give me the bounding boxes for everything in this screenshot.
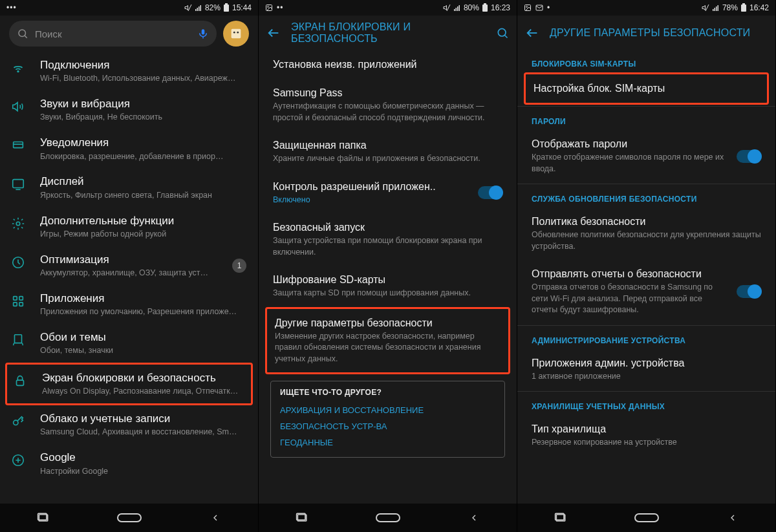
setting-subtitle: Обновление политики безопасности для укр…: [532, 229, 761, 252]
phone-screen-3: • 78% 16:42 ДРУГИЕ ПАРАМЕТРЫ БЕЗОПАСНОСТ…: [517, 0, 776, 532]
category-icon: [10, 333, 26, 347]
phone-screen-1: ••• 82% 15:44 Поиск: [0, 0, 259, 532]
clock: 16:42: [749, 3, 769, 12]
settings-item[interactable]: УведомленияБлокировка, разрешение, добав…: [0, 129, 258, 168]
battery-percent: 78%: [722, 3, 738, 12]
battery-icon: [740, 3, 747, 12]
battery-percent: 82%: [205, 3, 221, 12]
setting-item[interactable]: Политика безопасностиОбновление политики…: [517, 207, 775, 260]
svg-rect-3: [199, 6, 200, 11]
toggle-switch[interactable]: [737, 285, 761, 298]
setting-subtitle: Резервное копирование на устройстве: [532, 437, 761, 449]
svg-rect-38: [458, 5, 460, 11]
svg-point-7: [19, 30, 26, 37]
setting-title: Samsung Pass: [273, 87, 502, 100]
setting-item[interactable]: Безопасный запускЗащита устройства при п…: [259, 213, 517, 266]
signal-icon: [712, 4, 720, 12]
other-link[interactable]: АРХИВАЦИЯ И ВОССТАНОВЛЕНИЕ: [280, 402, 495, 418]
item-title: Экран блокировки и безопасность: [42, 371, 239, 385]
svg-line-50: [706, 5, 709, 11]
category-icon: [10, 61, 26, 75]
svg-rect-46: [376, 514, 400, 522]
back-button[interactable]: [713, 513, 752, 523]
svg-rect-25: [15, 335, 22, 343]
recents-button[interactable]: [283, 511, 321, 524]
item-title: Звуки и вибрация: [40, 97, 246, 111]
home-button[interactable]: [369, 513, 407, 523]
svg-rect-5: [224, 5, 229, 12]
status-bar: •• 80% 16:23: [259, 0, 517, 16]
svg-rect-11: [232, 29, 241, 39]
setting-item[interactable]: Тип хранилищаРезервное копирование на ус…: [517, 415, 775, 456]
toggle-switch[interactable]: [478, 186, 502, 199]
setting-item[interactable]: Настройка блок. SIM-карты: [526, 74, 767, 103]
status-bar: ••• 82% 15:44: [0, 0, 258, 16]
search-icon: [17, 28, 28, 39]
setting-item[interactable]: Отправлять отчеты о безопасностиОтправка…: [517, 260, 775, 324]
item-title: Google: [40, 451, 246, 464]
setting-item[interactable]: Приложения админ. устройства1 активное п…: [517, 349, 775, 390]
settings-item[interactable]: ПриложенияПриложения по умолчанию, Разре…: [0, 285, 258, 324]
settings-item[interactable]: Обои и темыОбои, темы, значки: [0, 324, 258, 363]
back-button[interactable]: [455, 513, 493, 523]
setting-item[interactable]: Samsung PassАутентификация с помощью био…: [259, 79, 517, 131]
home-button[interactable]: [627, 513, 666, 523]
settings-item[interactable]: ОптимизацияАккумулятор, хранилище, ОЗУ, …: [0, 246, 258, 285]
section-header: АДМИНИСТРИРОВАНИЕ УСТРОЙСТВА: [517, 327, 775, 349]
recents-button[interactable]: [24, 511, 63, 524]
settings-item[interactable]: Облако и учетные записиSamsung Cloud, Ар…: [0, 405, 258, 444]
battery-percent: 80%: [464, 3, 479, 12]
signal-icon: [453, 4, 461, 12]
back-icon[interactable]: [266, 26, 281, 40]
category-icon: [10, 414, 26, 429]
svg-rect-51: [713, 9, 714, 11]
setting-item[interactable]: Контроль разрешений приложен..Включено: [259, 173, 517, 214]
svg-rect-39: [482, 5, 488, 12]
recents-button[interactable]: [541, 511, 580, 524]
status-bar: • 78% 16:42: [517, 0, 775, 16]
clock: 15:44: [232, 3, 252, 12]
avatar[interactable]: [223, 21, 249, 47]
settings-item[interactable]: Звуки и вибрацияЗвуки, Вибрация, Не бесп…: [0, 90, 258, 129]
clock: 16:23: [491, 3, 510, 12]
item-subtitle: Игры, Режим работы одной рукой: [40, 229, 246, 240]
back-button[interactable]: [196, 513, 235, 523]
back-icon[interactable]: [525, 26, 539, 40]
svg-point-42: [498, 28, 506, 36]
setting-item[interactable]: Защищенная папкаХраните личные файлы и п…: [259, 131, 517, 173]
svg-rect-17: [13, 180, 24, 188]
mute-icon: [443, 4, 451, 12]
svg-rect-4: [200, 5, 201, 11]
search-input[interactable]: Поиск: [9, 21, 217, 47]
svg-rect-22: [19, 296, 23, 300]
settings-item[interactable]: ПодключенияWi-Fi, Bluetooth, Использован…: [0, 52, 258, 90]
other-link[interactable]: ГЕОДАННЫЕ: [280, 434, 495, 451]
svg-point-27: [14, 420, 18, 425]
category-icon: [10, 294, 26, 308]
svg-rect-56: [742, 3, 745, 5]
item-subtitle: Настройки Google: [40, 466, 246, 477]
section-header: БЛОКИРОВКА SIM-КАРТЫ: [517, 50, 775, 72]
setting-item[interactable]: Установка неизв. приложений: [259, 50, 517, 79]
setting-item[interactable]: Отображать паролиКраткое отображение сим…: [517, 130, 775, 182]
settings-item[interactable]: ДисплейЯркость, Фильтр синего света, Гла…: [0, 168, 258, 207]
toggle-switch[interactable]: [737, 150, 761, 163]
settings-item[interactable]: GoogleНастройки Google: [0, 444, 258, 483]
setting-item[interactable]: Шифрование SD-картыЗащита карты SD при п…: [259, 266, 517, 307]
search-row: Поиск: [0, 16, 258, 52]
svg-rect-55: [741, 5, 746, 12]
svg-rect-26: [17, 380, 24, 385]
mute-icon: [702, 4, 709, 12]
setting-item[interactable]: Другие параметры безопасностиИзменение д…: [267, 309, 508, 373]
item-subtitle: Звуки, Вибрация, Не беспокоить: [40, 112, 246, 123]
search-icon[interactable]: [496, 27, 509, 39]
looking-for-other-box: ИЩЕТЕ ЧТО-ТО ДРУГОЕ?АРХИВАЦИЯ И ВОССТАНО…: [270, 381, 505, 458]
home-button[interactable]: [110, 513, 149, 523]
svg-rect-23: [14, 303, 17, 306]
settings-item[interactable]: Дополнительные функцииИгры, Режим работы…: [0, 207, 258, 246]
mic-icon[interactable]: [197, 28, 209, 39]
svg-rect-6: [225, 3, 228, 5]
item-title: Дополнительные функции: [40, 214, 246, 228]
settings-item[interactable]: Экран блокировки и безопасностьAlways On…: [7, 365, 251, 403]
other-link[interactable]: БЕЗОПАСНОСТЬ УСТР-ВА: [280, 418, 495, 434]
